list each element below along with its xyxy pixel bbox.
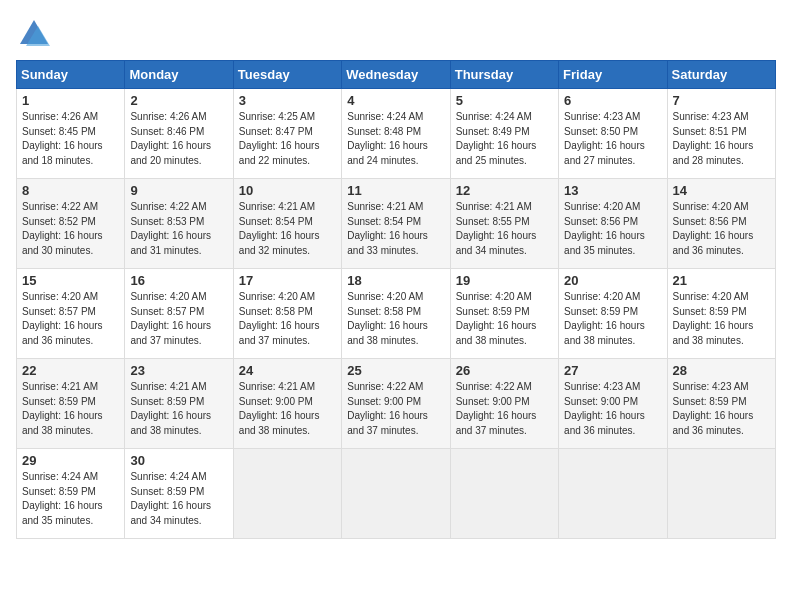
calendar-day-cell: 21Sunrise: 4:20 AM Sunset: 8:59 PM Dayli… [667,269,775,359]
day-info: Sunrise: 4:21 AM Sunset: 8:59 PM Dayligh… [130,380,227,438]
calendar-day-cell: 30Sunrise: 4:24 AM Sunset: 8:59 PM Dayli… [125,449,233,539]
day-number: 25 [347,363,444,378]
calendar-day-cell: 15Sunrise: 4:20 AM Sunset: 8:57 PM Dayli… [17,269,125,359]
calendar-day-cell [559,449,667,539]
day-number: 14 [673,183,770,198]
day-info: Sunrise: 4:22 AM Sunset: 8:53 PM Dayligh… [130,200,227,258]
calendar-body: 1Sunrise: 4:26 AM Sunset: 8:45 PM Daylig… [17,89,776,539]
calendar-day-cell: 1Sunrise: 4:26 AM Sunset: 8:45 PM Daylig… [17,89,125,179]
day-info: Sunrise: 4:20 AM Sunset: 8:57 PM Dayligh… [22,290,119,348]
day-number: 24 [239,363,336,378]
day-number: 5 [456,93,553,108]
day-number: 22 [22,363,119,378]
weekday-header-row: SundayMondayTuesdayWednesdayThursdayFrid… [17,61,776,89]
day-info: Sunrise: 4:20 AM Sunset: 8:56 PM Dayligh… [673,200,770,258]
weekday-header-cell: Friday [559,61,667,89]
day-number: 1 [22,93,119,108]
calendar-day-cell: 14Sunrise: 4:20 AM Sunset: 8:56 PM Dayli… [667,179,775,269]
day-number: 16 [130,273,227,288]
weekday-header-cell: Wednesday [342,61,450,89]
logo-icon [16,16,52,52]
day-number: 2 [130,93,227,108]
day-number: 8 [22,183,119,198]
calendar-day-cell: 20Sunrise: 4:20 AM Sunset: 8:59 PM Dayli… [559,269,667,359]
day-info: Sunrise: 4:21 AM Sunset: 8:54 PM Dayligh… [347,200,444,258]
day-number: 18 [347,273,444,288]
day-number: 20 [564,273,661,288]
day-number: 7 [673,93,770,108]
day-info: Sunrise: 4:21 AM Sunset: 8:54 PM Dayligh… [239,200,336,258]
calendar-week-row: 22Sunrise: 4:21 AM Sunset: 8:59 PM Dayli… [17,359,776,449]
calendar-day-cell [342,449,450,539]
calendar-day-cell: 28Sunrise: 4:23 AM Sunset: 8:59 PM Dayli… [667,359,775,449]
calendar-day-cell: 6Sunrise: 4:23 AM Sunset: 8:50 PM Daylig… [559,89,667,179]
day-info: Sunrise: 4:20 AM Sunset: 8:59 PM Dayligh… [673,290,770,348]
day-info: Sunrise: 4:20 AM Sunset: 8:57 PM Dayligh… [130,290,227,348]
day-info: Sunrise: 4:25 AM Sunset: 8:47 PM Dayligh… [239,110,336,168]
day-info: Sunrise: 4:22 AM Sunset: 8:52 PM Dayligh… [22,200,119,258]
calendar-week-row: 15Sunrise: 4:20 AM Sunset: 8:57 PM Dayli… [17,269,776,359]
day-number: 26 [456,363,553,378]
day-number: 21 [673,273,770,288]
calendar-day-cell: 12Sunrise: 4:21 AM Sunset: 8:55 PM Dayli… [450,179,558,269]
calendar-day-cell: 11Sunrise: 4:21 AM Sunset: 8:54 PM Dayli… [342,179,450,269]
day-info: Sunrise: 4:20 AM Sunset: 8:58 PM Dayligh… [347,290,444,348]
calendar-day-cell: 24Sunrise: 4:21 AM Sunset: 9:00 PM Dayli… [233,359,341,449]
day-info: Sunrise: 4:26 AM Sunset: 8:46 PM Dayligh… [130,110,227,168]
day-number: 13 [564,183,661,198]
calendar-week-row: 8Sunrise: 4:22 AM Sunset: 8:52 PM Daylig… [17,179,776,269]
calendar-day-cell: 22Sunrise: 4:21 AM Sunset: 8:59 PM Dayli… [17,359,125,449]
calendar-day-cell: 19Sunrise: 4:20 AM Sunset: 8:59 PM Dayli… [450,269,558,359]
day-number: 3 [239,93,336,108]
logo [16,16,56,52]
weekday-header-cell: Saturday [667,61,775,89]
calendar-day-cell: 17Sunrise: 4:20 AM Sunset: 8:58 PM Dayli… [233,269,341,359]
calendar-week-row: 1Sunrise: 4:26 AM Sunset: 8:45 PM Daylig… [17,89,776,179]
day-number: 27 [564,363,661,378]
day-number: 10 [239,183,336,198]
day-number: 30 [130,453,227,468]
day-info: Sunrise: 4:23 AM Sunset: 8:51 PM Dayligh… [673,110,770,168]
weekday-header-cell: Tuesday [233,61,341,89]
calendar-day-cell: 16Sunrise: 4:20 AM Sunset: 8:57 PM Dayli… [125,269,233,359]
day-info: Sunrise: 4:21 AM Sunset: 8:55 PM Dayligh… [456,200,553,258]
day-info: Sunrise: 4:24 AM Sunset: 8:48 PM Dayligh… [347,110,444,168]
calendar-day-cell: 9Sunrise: 4:22 AM Sunset: 8:53 PM Daylig… [125,179,233,269]
day-number: 6 [564,93,661,108]
calendar-day-cell: 29Sunrise: 4:24 AM Sunset: 8:59 PM Dayli… [17,449,125,539]
calendar-day-cell: 23Sunrise: 4:21 AM Sunset: 8:59 PM Dayli… [125,359,233,449]
day-number: 29 [22,453,119,468]
day-number: 17 [239,273,336,288]
calendar-day-cell: 5Sunrise: 4:24 AM Sunset: 8:49 PM Daylig… [450,89,558,179]
calendar-day-cell: 25Sunrise: 4:22 AM Sunset: 9:00 PM Dayli… [342,359,450,449]
weekday-header-cell: Monday [125,61,233,89]
day-info: Sunrise: 4:23 AM Sunset: 8:50 PM Dayligh… [564,110,661,168]
weekday-header-cell: Thursday [450,61,558,89]
calendar-day-cell [667,449,775,539]
day-info: Sunrise: 4:21 AM Sunset: 9:00 PM Dayligh… [239,380,336,438]
day-number: 9 [130,183,227,198]
calendar-day-cell: 2Sunrise: 4:26 AM Sunset: 8:46 PM Daylig… [125,89,233,179]
day-info: Sunrise: 4:23 AM Sunset: 8:59 PM Dayligh… [673,380,770,438]
calendar-table: SundayMondayTuesdayWednesdayThursdayFrid… [16,60,776,539]
day-info: Sunrise: 4:20 AM Sunset: 8:58 PM Dayligh… [239,290,336,348]
day-info: Sunrise: 4:21 AM Sunset: 8:59 PM Dayligh… [22,380,119,438]
calendar-day-cell: 7Sunrise: 4:23 AM Sunset: 8:51 PM Daylig… [667,89,775,179]
calendar-day-cell: 8Sunrise: 4:22 AM Sunset: 8:52 PM Daylig… [17,179,125,269]
day-info: Sunrise: 4:20 AM Sunset: 8:56 PM Dayligh… [564,200,661,258]
day-number: 12 [456,183,553,198]
calendar-day-cell: 13Sunrise: 4:20 AM Sunset: 8:56 PM Dayli… [559,179,667,269]
calendar-day-cell [450,449,558,539]
day-info: Sunrise: 4:22 AM Sunset: 9:00 PM Dayligh… [347,380,444,438]
calendar-day-cell: 27Sunrise: 4:23 AM Sunset: 9:00 PM Dayli… [559,359,667,449]
calendar-week-row: 29Sunrise: 4:24 AM Sunset: 8:59 PM Dayli… [17,449,776,539]
day-info: Sunrise: 4:24 AM Sunset: 8:49 PM Dayligh… [456,110,553,168]
day-info: Sunrise: 4:20 AM Sunset: 8:59 PM Dayligh… [564,290,661,348]
day-info: Sunrise: 4:20 AM Sunset: 8:59 PM Dayligh… [456,290,553,348]
day-number: 11 [347,183,444,198]
day-info: Sunrise: 4:26 AM Sunset: 8:45 PM Dayligh… [22,110,119,168]
calendar-day-cell: 10Sunrise: 4:21 AM Sunset: 8:54 PM Dayli… [233,179,341,269]
day-info: Sunrise: 4:24 AM Sunset: 8:59 PM Dayligh… [130,470,227,528]
calendar-day-cell: 4Sunrise: 4:24 AM Sunset: 8:48 PM Daylig… [342,89,450,179]
calendar-day-cell: 18Sunrise: 4:20 AM Sunset: 8:58 PM Dayli… [342,269,450,359]
